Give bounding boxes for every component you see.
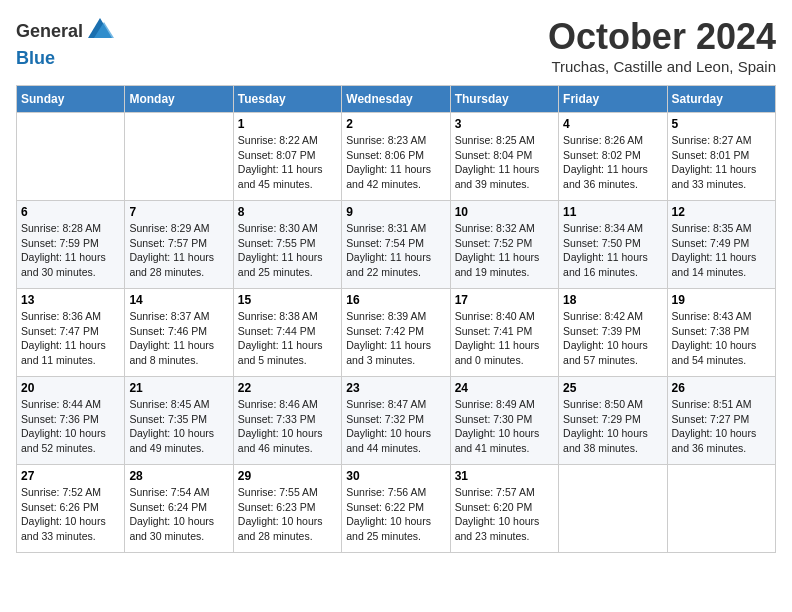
calendar-cell: 23Sunrise: 8:47 AM Sunset: 7:32 PM Dayli… xyxy=(342,377,450,465)
calendar-week-row: 13Sunrise: 8:36 AM Sunset: 7:47 PM Dayli… xyxy=(17,289,776,377)
logo-blue: Blue xyxy=(16,48,55,68)
day-info: Sunrise: 8:30 AM Sunset: 7:55 PM Dayligh… xyxy=(238,221,337,280)
day-info: Sunrise: 8:25 AM Sunset: 8:04 PM Dayligh… xyxy=(455,133,554,192)
calendar-week-row: 1Sunrise: 8:22 AM Sunset: 8:07 PM Daylig… xyxy=(17,113,776,201)
calendar-week-row: 27Sunrise: 7:52 AM Sunset: 6:26 PM Dayli… xyxy=(17,465,776,553)
day-number: 5 xyxy=(672,117,771,131)
day-number: 31 xyxy=(455,469,554,483)
day-number: 30 xyxy=(346,469,445,483)
calendar-cell xyxy=(125,113,233,201)
day-info: Sunrise: 7:52 AM Sunset: 6:26 PM Dayligh… xyxy=(21,485,120,544)
calendar-cell: 19Sunrise: 8:43 AM Sunset: 7:38 PM Dayli… xyxy=(667,289,775,377)
day-info: Sunrise: 8:36 AM Sunset: 7:47 PM Dayligh… xyxy=(21,309,120,368)
day-info: Sunrise: 7:57 AM Sunset: 6:20 PM Dayligh… xyxy=(455,485,554,544)
day-number: 12 xyxy=(672,205,771,219)
day-number: 7 xyxy=(129,205,228,219)
day-number: 29 xyxy=(238,469,337,483)
calendar-cell: 10Sunrise: 8:32 AM Sunset: 7:52 PM Dayli… xyxy=(450,201,558,289)
header-day-friday: Friday xyxy=(559,86,667,113)
day-info: Sunrise: 7:56 AM Sunset: 6:22 PM Dayligh… xyxy=(346,485,445,544)
calendar-cell: 6Sunrise: 8:28 AM Sunset: 7:59 PM Daylig… xyxy=(17,201,125,289)
calendar-cell: 21Sunrise: 8:45 AM Sunset: 7:35 PM Dayli… xyxy=(125,377,233,465)
day-info: Sunrise: 8:29 AM Sunset: 7:57 PM Dayligh… xyxy=(129,221,228,280)
day-info: Sunrise: 8:49 AM Sunset: 7:30 PM Dayligh… xyxy=(455,397,554,456)
calendar-week-row: 20Sunrise: 8:44 AM Sunset: 7:36 PM Dayli… xyxy=(17,377,776,465)
day-info: Sunrise: 7:55 AM Sunset: 6:23 PM Dayligh… xyxy=(238,485,337,544)
day-number: 19 xyxy=(672,293,771,307)
day-number: 1 xyxy=(238,117,337,131)
day-number: 22 xyxy=(238,381,337,395)
header-day-thursday: Thursday xyxy=(450,86,558,113)
day-info: Sunrise: 8:38 AM Sunset: 7:44 PM Dayligh… xyxy=(238,309,337,368)
calendar-cell: 30Sunrise: 7:56 AM Sunset: 6:22 PM Dayli… xyxy=(342,465,450,553)
calendar-cell: 11Sunrise: 8:34 AM Sunset: 7:50 PM Dayli… xyxy=(559,201,667,289)
day-number: 16 xyxy=(346,293,445,307)
calendar-cell: 22Sunrise: 8:46 AM Sunset: 7:33 PM Dayli… xyxy=(233,377,341,465)
day-info: Sunrise: 8:46 AM Sunset: 7:33 PM Dayligh… xyxy=(238,397,337,456)
day-number: 6 xyxy=(21,205,120,219)
day-info: Sunrise: 8:43 AM Sunset: 7:38 PM Dayligh… xyxy=(672,309,771,368)
day-number: 25 xyxy=(563,381,662,395)
day-number: 15 xyxy=(238,293,337,307)
day-number: 3 xyxy=(455,117,554,131)
calendar-header-row: SundayMondayTuesdayWednesdayThursdayFrid… xyxy=(17,86,776,113)
calendar-cell xyxy=(667,465,775,553)
header-day-monday: Monday xyxy=(125,86,233,113)
title-block: October 2024 Truchas, Castille and Leon,… xyxy=(548,16,776,75)
calendar-cell: 25Sunrise: 8:50 AM Sunset: 7:29 PM Dayli… xyxy=(559,377,667,465)
calendar-cell: 9Sunrise: 8:31 AM Sunset: 7:54 PM Daylig… xyxy=(342,201,450,289)
calendar-cell: 17Sunrise: 8:40 AM Sunset: 7:41 PM Dayli… xyxy=(450,289,558,377)
calendar-cell: 15Sunrise: 8:38 AM Sunset: 7:44 PM Dayli… xyxy=(233,289,341,377)
logo: General Blue xyxy=(16,16,115,69)
logo-general: General xyxy=(16,21,83,41)
day-number: 10 xyxy=(455,205,554,219)
calendar-cell: 26Sunrise: 8:51 AM Sunset: 7:27 PM Dayli… xyxy=(667,377,775,465)
page-header: General Blue October 2024 Truchas, Casti… xyxy=(16,16,776,75)
day-info: Sunrise: 8:42 AM Sunset: 7:39 PM Dayligh… xyxy=(563,309,662,368)
day-info: Sunrise: 8:26 AM Sunset: 8:02 PM Dayligh… xyxy=(563,133,662,192)
day-info: Sunrise: 8:28 AM Sunset: 7:59 PM Dayligh… xyxy=(21,221,120,280)
day-info: Sunrise: 8:34 AM Sunset: 7:50 PM Dayligh… xyxy=(563,221,662,280)
day-number: 21 xyxy=(129,381,228,395)
calendar-cell: 20Sunrise: 8:44 AM Sunset: 7:36 PM Dayli… xyxy=(17,377,125,465)
day-number: 2 xyxy=(346,117,445,131)
calendar-cell: 8Sunrise: 8:30 AM Sunset: 7:55 PM Daylig… xyxy=(233,201,341,289)
day-number: 9 xyxy=(346,205,445,219)
header-day-saturday: Saturday xyxy=(667,86,775,113)
calendar-week-row: 6Sunrise: 8:28 AM Sunset: 7:59 PM Daylig… xyxy=(17,201,776,289)
calendar-cell: 14Sunrise: 8:37 AM Sunset: 7:46 PM Dayli… xyxy=(125,289,233,377)
day-info: Sunrise: 8:27 AM Sunset: 8:01 PM Dayligh… xyxy=(672,133,771,192)
day-info: Sunrise: 7:54 AM Sunset: 6:24 PM Dayligh… xyxy=(129,485,228,544)
location-title: Truchas, Castille and Leon, Spain xyxy=(548,58,776,75)
header-day-wednesday: Wednesday xyxy=(342,86,450,113)
day-info: Sunrise: 8:44 AM Sunset: 7:36 PM Dayligh… xyxy=(21,397,120,456)
calendar-cell xyxy=(17,113,125,201)
day-number: 23 xyxy=(346,381,445,395)
calendar-cell: 7Sunrise: 8:29 AM Sunset: 7:57 PM Daylig… xyxy=(125,201,233,289)
day-number: 17 xyxy=(455,293,554,307)
month-title: October 2024 xyxy=(548,16,776,58)
header-day-sunday: Sunday xyxy=(17,86,125,113)
day-info: Sunrise: 8:31 AM Sunset: 7:54 PM Dayligh… xyxy=(346,221,445,280)
day-number: 13 xyxy=(21,293,120,307)
calendar-cell: 2Sunrise: 8:23 AM Sunset: 8:06 PM Daylig… xyxy=(342,113,450,201)
calendar-cell: 18Sunrise: 8:42 AM Sunset: 7:39 PM Dayli… xyxy=(559,289,667,377)
calendar-cell xyxy=(559,465,667,553)
day-info: Sunrise: 8:40 AM Sunset: 7:41 PM Dayligh… xyxy=(455,309,554,368)
day-number: 11 xyxy=(563,205,662,219)
day-number: 27 xyxy=(21,469,120,483)
day-info: Sunrise: 8:45 AM Sunset: 7:35 PM Dayligh… xyxy=(129,397,228,456)
header-day-tuesday: Tuesday xyxy=(233,86,341,113)
day-number: 24 xyxy=(455,381,554,395)
day-info: Sunrise: 8:23 AM Sunset: 8:06 PM Dayligh… xyxy=(346,133,445,192)
calendar-cell: 27Sunrise: 7:52 AM Sunset: 6:26 PM Dayli… xyxy=(17,465,125,553)
day-number: 20 xyxy=(21,381,120,395)
calendar-cell: 16Sunrise: 8:39 AM Sunset: 7:42 PM Dayli… xyxy=(342,289,450,377)
calendar-cell: 5Sunrise: 8:27 AM Sunset: 8:01 PM Daylig… xyxy=(667,113,775,201)
calendar-cell: 3Sunrise: 8:25 AM Sunset: 8:04 PM Daylig… xyxy=(450,113,558,201)
day-info: Sunrise: 8:35 AM Sunset: 7:49 PM Dayligh… xyxy=(672,221,771,280)
day-info: Sunrise: 8:22 AM Sunset: 8:07 PM Dayligh… xyxy=(238,133,337,192)
day-number: 26 xyxy=(672,381,771,395)
day-number: 18 xyxy=(563,293,662,307)
calendar-cell: 31Sunrise: 7:57 AM Sunset: 6:20 PM Dayli… xyxy=(450,465,558,553)
